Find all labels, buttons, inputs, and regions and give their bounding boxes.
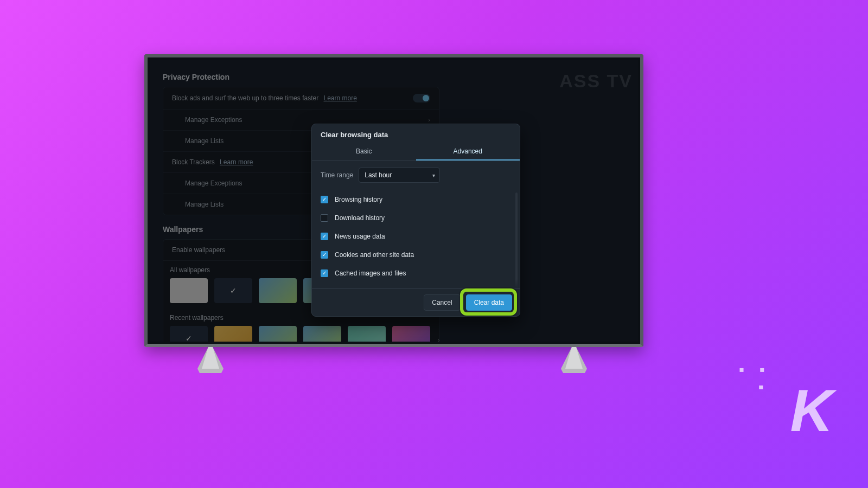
time-range-value: Last hour bbox=[365, 171, 392, 179]
checkbox[interactable] bbox=[321, 233, 328, 240]
wallpapers-next-icon[interactable]: › bbox=[437, 336, 440, 342]
tv-stand-right bbox=[557, 347, 591, 373]
wallpaper-thumb[interactable] bbox=[392, 326, 430, 342]
checklist-row[interactable]: Browsing history bbox=[321, 190, 511, 209]
check-icon: ✓ bbox=[230, 286, 237, 295]
checklist-row[interactable]: Cached images and files bbox=[321, 264, 511, 282]
tv-screen: ASS TV Privacy Protection Block ads and … bbox=[150, 60, 638, 342]
dialog-scrollbar[interactable] bbox=[515, 192, 518, 288]
tab-basic[interactable]: Basic bbox=[312, 143, 416, 160]
ads-row-text: Block ads and surf the web up to three t… bbox=[172, 94, 318, 102]
wallpaper-thumb[interactable] bbox=[259, 326, 297, 342]
logo-k-icon: K bbox=[790, 376, 830, 445]
wallpaper-thumb[interactable]: ✓ bbox=[214, 278, 252, 303]
ads-toggle[interactable] bbox=[413, 94, 430, 102]
checkbox[interactable] bbox=[321, 269, 328, 277]
checklist-row[interactable]: News usage data bbox=[321, 227, 511, 246]
ads-learn-more-link[interactable]: Learn more bbox=[323, 94, 356, 102]
checklist-label: Browsing history bbox=[335, 196, 382, 203]
checklist-row[interactable]: Download history bbox=[321, 209, 511, 227]
checkbox[interactable] bbox=[321, 196, 328, 203]
checkbox[interactable] bbox=[321, 214, 328, 222]
wallpaper-thumb[interactable] bbox=[303, 326, 341, 342]
wallpaper-thumb[interactable] bbox=[259, 278, 297, 303]
recent-wallpapers-row: ✓ › bbox=[163, 324, 439, 342]
privacy-section-title: Privacy Protection bbox=[163, 73, 625, 81]
checklist-label: Download history bbox=[335, 214, 385, 222]
clear-data-button[interactable]: Clear data bbox=[466, 294, 512, 311]
wallpaper-thumb[interactable] bbox=[170, 278, 208, 303]
checklist-label: Cached images and files bbox=[335, 269, 406, 277]
dialog-footer: Cancel Clear data bbox=[312, 288, 520, 316]
trackers-row-text: Block Trackers bbox=[172, 158, 215, 166]
checkbox[interactable] bbox=[321, 251, 328, 259]
wallpaper-thumb[interactable] bbox=[348, 326, 386, 342]
dialog-body: Time range Last hour Browsing historyDow… bbox=[312, 161, 520, 288]
tv-stand-left bbox=[193, 347, 228, 373]
checklist-label: Cookies and other site data bbox=[335, 251, 414, 259]
checkbox[interactable] bbox=[321, 288, 328, 288]
dialog-tabs: Basic Advanced bbox=[312, 143, 520, 161]
logo-dots-icon: ▪ ▪ ▪ bbox=[739, 361, 770, 396]
time-range-label: Time range bbox=[321, 171, 353, 179]
trackers-learn-more-link[interactable]: Learn more bbox=[220, 158, 253, 166]
check-icon: ✓ bbox=[186, 334, 192, 342]
time-range-row: Time range Last hour bbox=[321, 168, 511, 183]
dialog-title: Clear browsing data bbox=[312, 124, 520, 143]
tv-frame: ASS TV Privacy Protection Block ads and … bbox=[144, 54, 643, 347]
clear-browsing-data-dialog: Clear browsing data Basic Advanced Time … bbox=[311, 124, 520, 317]
checklist-row[interactable]: Passwords and other sign-in data bbox=[321, 282, 511, 288]
cancel-button[interactable]: Cancel bbox=[424, 294, 460, 311]
tab-advanced[interactable]: Advanced bbox=[416, 143, 520, 160]
chevron-right-icon: › bbox=[428, 117, 430, 123]
time-range-select[interactable]: Last hour bbox=[359, 168, 440, 183]
checklist-label: News usage data bbox=[335, 233, 385, 240]
wallpaper-thumb[interactable]: ✓ bbox=[170, 326, 208, 342]
checklist-label: Passwords and other sign-in data bbox=[335, 288, 431, 288]
wallpaper-thumb[interactable] bbox=[214, 326, 252, 342]
checklist-row[interactable]: Cookies and other site data bbox=[321, 246, 511, 264]
ads-row: Block ads and surf the web up to three t… bbox=[163, 87, 439, 110]
